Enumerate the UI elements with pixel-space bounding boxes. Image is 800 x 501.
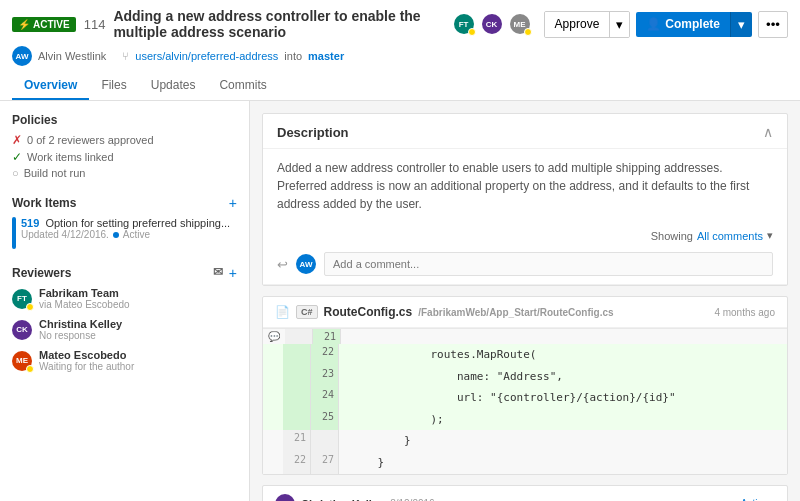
reviewer-1: FT Fabrikam Team via Mateo Escobedo	[12, 287, 237, 310]
email-reviewer-button[interactable]: ✉	[213, 265, 223, 281]
filter-chevron[interactable]: ▾	[767, 229, 773, 242]
header-meta: AW Alvin Westlink ⑂ users/alvin/preferre…	[12, 46, 788, 66]
approve-chevron[interactable]: ▾	[609, 12, 629, 37]
complete-button[interactable]: 👤 Complete	[636, 12, 730, 37]
code-line-5: );	[343, 409, 787, 431]
reviewer-2-info: Christina Kelley No response	[39, 318, 122, 341]
person-check-icon: 👤	[646, 17, 661, 31]
reviewer-avatar-2: CK	[482, 14, 502, 34]
reviewer-2-avatar: CK	[12, 320, 32, 340]
code-line-2: routes.MapRoute(	[343, 344, 787, 366]
code-row-4: 24 url: "{controller}/{action}/{id}"	[263, 387, 787, 409]
main-content: Description ∧ Added a new address contro…	[250, 101, 800, 501]
code-block: 💬 21 22 routes.MapRoute(	[263, 328, 787, 474]
line-num-old-1	[285, 329, 313, 344]
complete-button-group[interactable]: 👤 Complete ▾	[636, 12, 752, 37]
description-card: Description ∧ Added a new address contro…	[262, 113, 788, 286]
policies-title: Policies	[12, 113, 237, 127]
complete-chevron[interactable]: ▾	[730, 12, 752, 37]
reviewer-actions: ✉ +	[213, 265, 237, 281]
comment-add-icon[interactable]: 💬	[263, 329, 285, 344]
comment-add-icon-3[interactable]	[263, 366, 283, 388]
code-row-6: 21 }	[263, 430, 787, 452]
pr-number: 114	[84, 17, 106, 32]
circle-icon: ○	[12, 167, 19, 179]
code-line-6: }	[343, 430, 787, 452]
line-num-new-2: 22	[311, 344, 339, 366]
warning-dot	[468, 28, 476, 36]
comment-1-avatar: CK	[275, 494, 295, 501]
line-num-new-5: 25	[311, 409, 339, 431]
target-branch: master	[308, 50, 344, 62]
active-dot	[113, 232, 119, 238]
work-item-meta: Updated 4/12/2016. Active	[21, 229, 237, 240]
reviewer-2: CK Christina Kelley No response	[12, 318, 237, 341]
work-item-content: 519 Option for setting preferred shippin…	[21, 217, 237, 240]
code-line-7: }	[343, 452, 787, 474]
more-options-button[interactable]: •••	[758, 11, 788, 38]
comment-add-icon-7[interactable]	[263, 452, 283, 474]
policy-item-1: ✗ 0 of 2 reviewers approved	[12, 133, 237, 147]
code-row-3: 23 name: "Address",	[263, 366, 787, 388]
collapse-description-button[interactable]: ∧	[763, 124, 773, 140]
work-item-bar	[12, 217, 16, 249]
work-items-title: Work Items +	[12, 195, 237, 211]
code-line-1	[345, 329, 787, 344]
policy-item-2: ✓ Work items linked	[12, 150, 237, 164]
nav-tabs: Overview Files Updates Commits	[12, 72, 788, 100]
description-body: Added a new address controller to enable…	[263, 149, 787, 223]
comment-add-icon-6[interactable]	[263, 430, 283, 452]
file-icon: 📄	[275, 305, 290, 319]
file-comment-time: 4 months ago	[714, 307, 775, 318]
author-name: Alvin Westlink	[38, 50, 106, 62]
reviewers-title: Reviewers ✉ +	[12, 265, 237, 281]
approve-button[interactable]: Approve	[545, 12, 610, 37]
comment-add-icon-2[interactable]	[263, 344, 283, 366]
policies-section: Policies ✗ 0 of 2 reviewers approved ✓ W…	[12, 113, 237, 179]
add-work-item-button[interactable]: +	[229, 195, 237, 211]
reviewer-avatar-3: ME	[510, 14, 530, 34]
add-comment-input[interactable]	[324, 252, 773, 276]
add-comment-row: ↩ AW	[263, 246, 787, 285]
approve-button-group[interactable]: Approve ▾	[544, 11, 631, 38]
add-reviewer-button[interactable]: +	[229, 265, 237, 281]
code-row-2: 22 routes.MapRoute(	[263, 344, 787, 366]
reviewer-1-info: Fabrikam Team via Mateo Escobedo	[39, 287, 130, 310]
into-label: into	[284, 50, 302, 62]
author-avatar: AW	[12, 46, 32, 66]
comment-1: CK Christina Kelley 8/12/2016 Active ▾ I…	[262, 485, 788, 501]
comment-add-icon-4[interactable]	[263, 387, 283, 409]
warning-dot-2	[524, 28, 532, 36]
line-num-old-6: 21	[283, 430, 311, 452]
work-item-id[interactable]: 519	[21, 217, 39, 229]
description-title: Description	[277, 125, 349, 140]
work-item-id-title: 519 Option for setting preferred shippin…	[21, 217, 237, 229]
comment-add-icon-5[interactable]	[263, 409, 283, 431]
tab-files[interactable]: Files	[89, 72, 138, 100]
filter-link[interactable]: All comments	[697, 230, 763, 242]
check-icon: ✓	[12, 150, 22, 164]
line-num-new-1: 21	[313, 329, 341, 344]
reviewers-section: Reviewers ✉ + FT Fabrikam Team via Mateo…	[12, 265, 237, 372]
file-comment-header: 📄 C# RouteConfig.cs /FabrikamWeb/App_Sta…	[263, 297, 787, 328]
current-user-avatar: AW	[296, 254, 316, 274]
line-num-old-3	[283, 366, 311, 388]
reviewer-avatar-1: FT	[454, 14, 474, 34]
comment-filter: Showing All comments ▾	[263, 223, 787, 246]
tab-updates[interactable]: Updates	[139, 72, 208, 100]
reviewer-3: ME Mateo Escobedo Waiting for the author	[12, 349, 237, 372]
comment-1-name: Christina Kelley	[301, 498, 384, 501]
tab-overview[interactable]: Overview	[12, 72, 89, 100]
file-name: 📄 C# RouteConfig.cs /FabrikamWeb/App_Sta…	[275, 305, 614, 319]
work-item-title: Option for setting preferred shipping...	[45, 217, 230, 229]
policy-item-3: ○ Build not run	[12, 167, 237, 179]
line-num-old-5	[283, 409, 311, 431]
branch-link[interactable]: users/alvin/preferred-address	[135, 50, 278, 62]
line-num-old-7: 22	[283, 452, 311, 474]
tab-commits[interactable]: Commits	[207, 72, 278, 100]
comment-1-header: CK Christina Kelley 8/12/2016 Active ▾	[263, 486, 787, 501]
work-items-section: Work Items + 519 Option for setting pref…	[12, 195, 237, 249]
page-header: ⚡ ACTIVE 114 Adding a new address contro…	[0, 0, 800, 101]
description-card-header: Description ∧	[263, 114, 787, 149]
code-row-5: 25 );	[263, 409, 787, 431]
